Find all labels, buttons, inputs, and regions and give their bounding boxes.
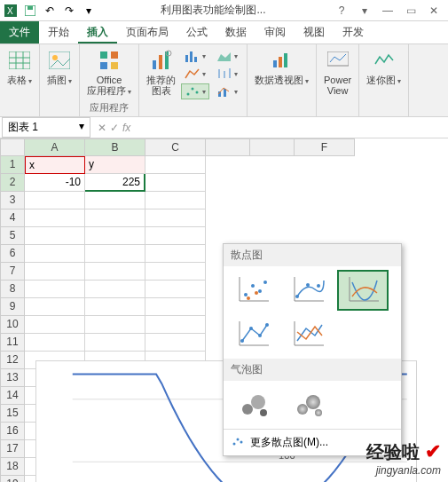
svg-rect-14	[111, 62, 118, 69]
scatter-section-label: 散点图	[224, 244, 401, 266]
row-header-14[interactable]: 14	[0, 387, 25, 405]
pivot-icon	[270, 48, 295, 73]
row-header-9[interactable]: 9	[0, 298, 25, 316]
tab-home[interactable]: 开始	[39, 21, 78, 43]
tables-button[interactable]: 表格▾	[4, 46, 35, 88]
tab-review[interactable]: 审阅	[255, 21, 295, 43]
bar-chart-button[interactable]: ▾	[181, 48, 209, 64]
scatter-chart-button[interactable]: ▾	[181, 83, 209, 99]
col-header-f[interactable]: F	[295, 138, 355, 156]
pivot-chart-button[interactable]: 数据透视图▾	[251, 46, 312, 88]
office-apps-button[interactable]: Office应用程序▾	[83, 46, 135, 99]
row-header-11[interactable]: 11	[0, 334, 25, 352]
row-header-7[interactable]: 7	[0, 263, 25, 281]
tab-data[interactable]: 数据	[216, 21, 255, 43]
watermark: 经验啦 ✔ jingyanla.com	[366, 440, 441, 477]
row-header-4[interactable]: 4	[0, 209, 25, 227]
recommended-charts-button[interactable]: 推荐的图表	[143, 46, 179, 101]
name-box[interactable]: 图表 1 ▾	[2, 117, 90, 138]
svg-point-47	[317, 284, 320, 288]
svg-point-24	[196, 91, 199, 94]
svg-point-52	[240, 339, 244, 343]
tab-view[interactable]: 视图	[295, 21, 334, 43]
row-header-2[interactable]: 2	[0, 174, 25, 192]
illustrations-button[interactable]: 插图▾	[43, 46, 75, 88]
office-group-label: 应用程序	[90, 101, 129, 115]
qat-dropdown-icon[interactable]: ▾	[82, 4, 96, 18]
combo-chart-button[interactable]: ▾	[213, 83, 241, 99]
tab-formula[interactable]: 公式	[177, 21, 216, 43]
row-header-12[interactable]: 12	[0, 352, 25, 369]
row-header-13[interactable]: 13	[0, 369, 25, 387]
row-header-8[interactable]: 8	[0, 281, 25, 298]
row-header-1[interactable]: 1	[0, 156, 25, 174]
svg-point-38	[251, 284, 255, 288]
fx-cancel-icon[interactable]: ✕	[98, 122, 106, 134]
select-all-button[interactable]	[0, 138, 25, 156]
check-icon: ✔	[425, 440, 441, 462]
cell-c1[interactable]	[145, 156, 206, 174]
tab-insert[interactable]: 插入	[78, 21, 117, 43]
area-chart-button[interactable]: ▾	[213, 48, 241, 64]
fx-icon[interactable]: fx	[122, 122, 130, 134]
cell-b1[interactable]: y	[85, 156, 145, 174]
col-header-b[interactable]: B	[85, 138, 145, 156]
row-header-5[interactable]: 5	[0, 227, 25, 245]
minimize-button[interactable]: —	[377, 2, 398, 20]
svg-point-55	[265, 323, 269, 327]
row-header-3[interactable]: 3	[0, 192, 25, 209]
row-header-16[interactable]: 16	[0, 423, 25, 440]
row-header-6[interactable]: 6	[0, 245, 25, 263]
fx-confirm-icon[interactable]: ✓	[110, 122, 119, 134]
svg-marker-25	[217, 52, 231, 61]
svg-rect-21	[194, 57, 197, 62]
power-view-button[interactable]: PowerView	[320, 46, 355, 98]
cell-b2[interactable]: 225	[85, 174, 145, 192]
maximize-button[interactable]: ▭	[400, 2, 421, 20]
line-chart-button[interactable]: ▾	[181, 66, 209, 82]
redo-icon[interactable]: ↷	[62, 4, 76, 18]
bubble-3d-option[interactable]	[282, 384, 334, 425]
svg-point-41	[247, 296, 250, 300]
row-header-19[interactable]: 19	[0, 476, 25, 482]
cell-c2[interactable]	[145, 174, 206, 192]
cell-a1[interactable]: x	[25, 156, 85, 174]
svg-point-39	[258, 289, 262, 293]
tab-layout[interactable]: 页面布局	[117, 21, 177, 43]
save-icon[interactable]	[23, 4, 37, 18]
more-scatter-icon	[231, 435, 245, 450]
sparklines-button[interactable]: 迷你图▾	[363, 46, 405, 88]
ribbon-options-button[interactable]: ▾	[354, 2, 375, 20]
scatter-smooth-markers-option[interactable]	[282, 270, 334, 311]
scatter-straight-option[interactable]	[282, 314, 334, 355]
undo-icon[interactable]: ↶	[43, 4, 57, 18]
svg-point-46	[306, 283, 310, 287]
col-header-a[interactable]: A	[25, 138, 85, 156]
scatter-smooth-option[interactable]	[337, 270, 389, 311]
scatter-markers-option[interactable]	[227, 270, 279, 311]
svg-rect-16	[159, 55, 162, 69]
tab-file[interactable]: 文件	[0, 21, 39, 43]
svg-rect-15	[153, 60, 156, 69]
scatter-straight-markers-option[interactable]	[227, 314, 279, 355]
table-icon	[7, 48, 32, 73]
bubble-option[interactable]	[227, 384, 279, 425]
stock-chart-button[interactable]: ▾	[213, 66, 241, 82]
svg-point-65	[237, 439, 240, 441]
svg-point-66	[240, 441, 243, 444]
row-header-17[interactable]: 17	[0, 440, 25, 458]
row-header-18[interactable]: 18	[0, 458, 25, 476]
help-button[interactable]: ?	[331, 2, 352, 20]
svg-point-60	[260, 409, 267, 416]
svg-rect-4	[9, 51, 30, 69]
tab-dev[interactable]: 开发	[334, 21, 373, 43]
row-header-10[interactable]: 10	[0, 316, 25, 334]
cell-a2[interactable]: -10	[25, 174, 85, 192]
svg-point-42	[255, 291, 258, 295]
close-button[interactable]: ✕	[423, 2, 444, 20]
svg-point-58	[242, 404, 253, 415]
col-header-c[interactable]: C	[145, 138, 206, 156]
svg-point-53	[249, 327, 253, 330]
row-header-15[interactable]: 15	[0, 405, 25, 423]
namebox-dropdown-icon[interactable]: ▾	[79, 120, 84, 135]
